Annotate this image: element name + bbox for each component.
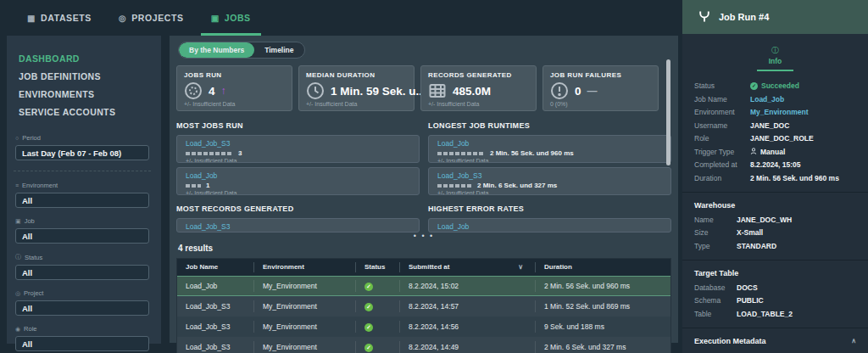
- clock-icon: ○: [15, 135, 19, 141]
- stat-value: 0: [575, 85, 581, 98]
- panel-tabs: ⓘ Info: [682, 34, 868, 71]
- panel-body: Status ✓ Succeeded Job Name Load_Job Env…: [682, 71, 868, 353]
- field-label: Database: [694, 283, 737, 292]
- job-link[interactable]: Load_Job_S3: [437, 171, 662, 180]
- col-duration[interactable]: Duration: [535, 262, 670, 272]
- col-environment[interactable]: Environment: [253, 262, 355, 272]
- filter-role: ◉ Role All: [14, 325, 151, 351]
- trend-dash-icon: —: [587, 85, 598, 97]
- environment-select[interactable]: All: [15, 193, 149, 208]
- sort-chevron-icon[interactable]: ∨: [518, 262, 523, 272]
- status-select[interactable]: All: [15, 265, 149, 280]
- stat-title: JOBS RUN: [184, 71, 285, 79]
- table-row[interactable]: Load_Job_S3 My_Environment ✓ 8.2.2024, 1…: [177, 296, 670, 317]
- col-job-name[interactable]: Job Name: [177, 262, 253, 272]
- job-icon: ▣: [15, 218, 21, 225]
- tab-info-label: Info: [769, 57, 782, 65]
- stat-jobs-run[interactable]: JOBS RUN 4 ↑ +/- Insufficient Data: [176, 65, 292, 111]
- project-select[interactable]: All: [15, 300, 149, 316]
- tab-projects[interactable]: ◎ PROJECTS: [108, 0, 194, 36]
- role-icon: ◉: [15, 326, 20, 333]
- chart-item[interactable]: Load_Job_S3 2 Min. 6 Sek. und 327 ms +/-…: [428, 167, 671, 195]
- stat-title: RECORDS GENERATED: [428, 71, 529, 79]
- stat-footnote: +/- Insufficient Data: [184, 101, 285, 107]
- cell-status: ✓: [355, 321, 399, 333]
- environment-link[interactable]: My_Environment: [750, 108, 856, 116]
- jobs-icon: ▣: [211, 14, 220, 23]
- col-status[interactable]: Status: [355, 262, 399, 272]
- stat-footnote: +/- Insufficient Data: [306, 101, 407, 107]
- sidebar-item-job-definitions[interactable]: JOB DEFINITIONS: [14, 67, 151, 85]
- section-divider: [682, 192, 868, 193]
- filter-divider: [14, 171, 151, 171]
- stat-records-generated[interactable]: RECORDS GENERATED 485.0M +/- Insufficien…: [420, 65, 537, 111]
- execution-metadata-title: Execution Metadata ∧: [694, 337, 856, 345]
- bar-value: 1: [206, 182, 209, 189]
- sidebar-item-service-accounts[interactable]: SERVICE ACCOUNTS: [14, 103, 151, 120]
- cell-status: ✓: [355, 300, 399, 312]
- tab-datasets-label: DATASETS: [41, 13, 92, 23]
- chart-item[interactable]: Load_Job_S3 3 +/- Insufficient Data: [176, 135, 420, 163]
- chart-item[interactable]: Load_Job: [428, 218, 671, 233]
- field-label: Table: [694, 310, 737, 318]
- role-select[interactable]: All: [15, 336, 149, 351]
- table-row[interactable]: Load_Job_S3 My_Environment ✓ 8.2.2024, 1…: [177, 337, 670, 353]
- bar-note: +/- Insufficient Data: [437, 190, 662, 195]
- chart-item[interactable]: Load_Job_S3: [176, 218, 420, 233]
- job-link[interactable]: Load_Job: [437, 222, 662, 231]
- job-link[interactable]: Load_Job: [437, 139, 662, 148]
- toggle-by-the-numbers[interactable]: By the Numbers: [179, 42, 254, 58]
- sidebar: DASHBOARD JOB DEFINITIONS ENVIRONMENTS S…: [7, 36, 161, 344]
- toggle-timeline[interactable]: Timeline: [254, 42, 303, 58]
- sidebar-item-dashboard[interactable]: DASHBOARD: [14, 49, 151, 67]
- projects-icon: ◎: [119, 14, 126, 23]
- field-label: Name: [694, 216, 737, 224]
- chart-item[interactable]: Load_Job 1 +/- Insufficient Data: [176, 167, 420, 195]
- bar: [186, 184, 201, 188]
- stat-median-duration[interactable]: MEDIAN DURATION 1 Min. 59 Sek. u... +/- …: [298, 65, 415, 111]
- chart-title-highest-error-rates: HIGHEST ERROR RATES: [428, 205, 671, 213]
- job-name-link[interactable]: Load_Job: [750, 95, 856, 104]
- stat-job-run-failures[interactable]: JOB RUN FAILURES 0 — 0 (0%): [542, 65, 659, 111]
- field-label: Environment: [694, 108, 750, 116]
- job-link[interactable]: Load_Job_S3: [186, 222, 410, 231]
- stat-footnote: +/- Insufficient Data: [428, 101, 529, 107]
- table-row[interactable]: Load_Job_S3 My_Environment ✓ 8.2.2024, 1…: [177, 317, 670, 337]
- collapse-chevron-icon[interactable]: ∧: [851, 337, 856, 345]
- bar: [437, 152, 485, 155]
- cell-duration: 2 Min. 6 Sek. und 327 ms: [535, 341, 670, 353]
- tab-info[interactable]: ⓘ Info: [757, 45, 794, 71]
- username-value: JANE_DOC: [750, 121, 856, 130]
- sidebar-item-environments[interactable]: ENVIRONMENTS: [14, 85, 151, 103]
- chart-title-most-jobs-run: MOST JOBS RUN: [176, 121, 420, 130]
- job-link[interactable]: Load_Job_S3: [186, 139, 410, 148]
- resize-handle-dots[interactable]: • • •: [176, 233, 671, 241]
- period-select[interactable]: Last Day (Feb 07 - Feb 08): [15, 145, 149, 160]
- tab-projects-label: PROJECTS: [131, 13, 183, 23]
- col-submitted-at[interactable]: Submitted at ∨: [399, 262, 535, 272]
- filter-period-label: Period: [22, 134, 41, 142]
- bar-value: 2 Min. 6 Sek. und 327 ms: [477, 182, 557, 189]
- job-select[interactable]: All: [15, 228, 149, 244]
- filter-environment: ≡ Environment All: [14, 182, 151, 208]
- table-header: Job Name Environment Status Submitted at…: [177, 259, 670, 276]
- filter-job-label: Job: [25, 217, 35, 225]
- scrollbar[interactable]: [666, 59, 670, 165]
- jobs-run-icon: [184, 81, 203, 100]
- cell-job-name: Load_Job_S3: [177, 300, 253, 312]
- job-link[interactable]: Load_Job: [186, 171, 410, 180]
- tab-datasets[interactable]: ▦ DATASETS: [17, 0, 102, 36]
- tab-jobs[interactable]: ▣ JOBS: [201, 0, 261, 36]
- environment-icon: ≡: [15, 182, 19, 188]
- filter-job: ▣ Job All: [14, 217, 151, 244]
- bar-value: 2 Min. 56 Sek. und 960 ms: [490, 149, 574, 157]
- stat-value: 485.0M: [453, 85, 491, 98]
- chart-item[interactable]: Load_Job 2 Min. 56 Sek. und 960 ms +/- I…: [428, 135, 671, 163]
- execution-metadata-section: Execution Metadata ∧ Status LOADED Files…: [694, 337, 856, 353]
- table-row[interactable]: Load_Job My_Environment ✓ 8.2.2024, 15:0…: [177, 276, 670, 296]
- cell-environment: My_Environment: [253, 321, 355, 333]
- completed-at-value: 8.2.2024, 15:05: [750, 160, 856, 169]
- filter-status-label: Status: [25, 254, 42, 261]
- cell-status: ✓: [355, 280, 399, 292]
- chart-title-longest-runtimes: LONGEST JOB RUNTIMES: [428, 121, 671, 130]
